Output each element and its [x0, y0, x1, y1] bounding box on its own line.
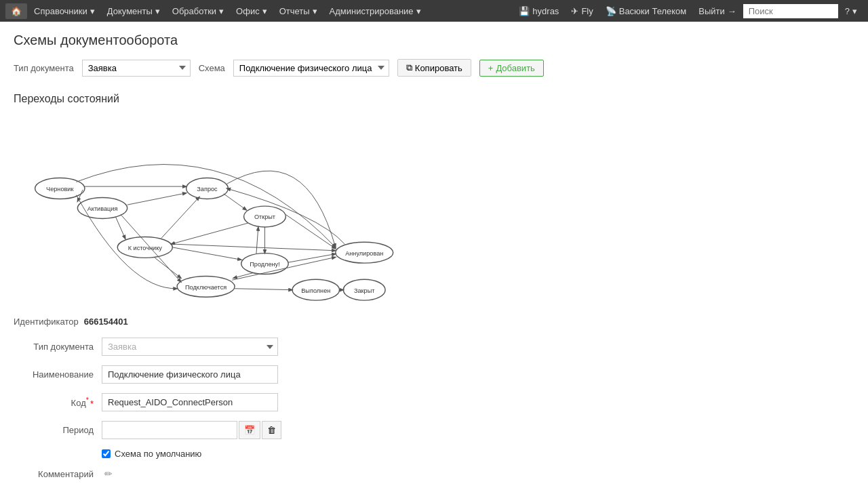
copy-icon: ⧉: [406, 62, 412, 73]
name-row: Наименование: [14, 365, 854, 384]
svg-line-34: [288, 254, 336, 263]
chevron-down-icon: ▾: [313, 6, 317, 16]
doc-type-select[interactable]: Заявка: [82, 60, 191, 77]
comment-row: Комментарий ✏: [14, 468, 854, 479]
search-box[interactable]: [743, 4, 838, 18]
main-content: Схемы документооборота Тип документа Зая…: [0, 22, 868, 488]
nav-item-reports[interactable]: Отчеты ▾: [274, 3, 323, 19]
svg-text:Открыт: Открыт: [254, 214, 276, 220]
svg-line-31: [172, 244, 335, 251]
home-icon: 🏠: [11, 6, 22, 16]
delete-icon: 🗑: [267, 425, 276, 435]
section-title: Переходы состояний: [14, 93, 854, 105]
period-row: Период 📅 🗑: [14, 421, 854, 439]
code-label: Код*: [14, 396, 102, 408]
svg-line-29: [172, 247, 241, 260]
diagram-svg: Черновик Активация Запрос Открыт К источ…: [14, 113, 420, 303]
nav-item-office[interactable]: Офис ▾: [231, 3, 273, 19]
chevron-down-icon: ▾: [90, 6, 95, 16]
nav-item-processing[interactable]: Обработки ▾: [167, 3, 229, 19]
home-button[interactable]: 🏠: [5, 3, 27, 19]
form-section: Идентификатор 666154401 Тип документа За…: [14, 317, 854, 479]
nav-telecom[interactable]: 📡 Васюки Телеком: [600, 3, 692, 19]
code-row: Код*: [14, 393, 854, 411]
transitions-section: Переходы состояний Черновик Активация За: [14, 93, 854, 303]
db-icon: 💾: [519, 6, 530, 16]
id-value: 666154401: [84, 317, 128, 327]
nav-item-documents[interactable]: Документы ▾: [102, 3, 165, 19]
chevron-down-icon: ▾: [852, 6, 857, 16]
schema-select-wrap: Подключение физического лица: [233, 60, 389, 77]
default-schema-label[interactable]: Схема по умолчанию: [115, 449, 201, 459]
clear-period-button[interactable]: 🗑: [262, 421, 281, 439]
chevron-down-icon: ▾: [416, 6, 421, 16]
svg-text:Подключается: Подключается: [185, 284, 226, 291]
svg-line-35: [235, 289, 292, 290]
name-label: Наименование: [14, 369, 102, 380]
calendar-icon: 📅: [244, 425, 255, 435]
period-label: Период: [14, 425, 102, 435]
svg-line-24: [115, 217, 125, 239]
chevron-down-icon: ▾: [262, 6, 267, 16]
chevron-down-icon: ▾: [155, 6, 160, 16]
plus-icon: +: [488, 63, 494, 73]
question-icon: ?: [845, 6, 850, 16]
svg-line-32: [256, 227, 258, 254]
doc-type-field-label: Тип документа: [14, 342, 102, 352]
svg-text:Черновик: Черновик: [46, 186, 74, 192]
schema-select[interactable]: Подключение физического лица: [233, 60, 389, 77]
doc-type-label: Тип документа: [14, 63, 74, 73]
nav-fly[interactable]: ✈ Fly: [566, 3, 598, 19]
svg-line-28: [161, 197, 199, 239]
copy-button[interactable]: ⧉ Копировать: [397, 59, 471, 77]
telecom-icon: 📡: [606, 6, 616, 16]
nav-hydras[interactable]: 💾 hydras: [513, 3, 564, 19]
svg-line-22: [127, 193, 186, 205]
nav-item-references[interactable]: Справочники ▾: [28, 3, 100, 19]
fly-icon: ✈: [571, 6, 578, 16]
svg-text:Аннулирован: Аннулирован: [345, 250, 383, 257]
search-input[interactable]: [743, 4, 838, 18]
name-input[interactable]: [102, 365, 278, 384]
doc-type-row: Тип документа Заявка: [14, 338, 854, 356]
toolbar: Тип документа Заявка Схема Подключение ф…: [14, 59, 854, 77]
svg-line-23: [224, 194, 247, 210]
id-row: Идентификатор 666154401: [14, 317, 854, 327]
doc-type-field-select[interactable]: Заявка: [102, 338, 278, 356]
svg-text:К источнику: К источнику: [128, 245, 163, 251]
logout-icon: →: [728, 6, 736, 16]
svg-text:Продлену!: Продлену!: [250, 261, 280, 268]
top-navigation: 🏠 Справочники ▾ Документы ▾ Обработки ▾ …: [0, 0, 868, 22]
logout-button[interactable]: Выйти →: [693, 3, 742, 19]
nav-item-admin[interactable]: Администрирование ▾: [324, 3, 427, 19]
state-diagram: Черновик Активация Запрос Открыт К источ…: [14, 113, 420, 303]
default-schema-checkbox[interactable]: [102, 449, 111, 458]
svg-text:Активация: Активация: [87, 205, 118, 212]
svg-text:Закрыт: Закрыт: [354, 287, 375, 294]
svg-text:Запрос: Запрос: [197, 186, 218, 192]
help-button[interactable]: ? ▾: [840, 3, 863, 19]
chevron-down-icon: ▾: [219, 6, 224, 16]
svg-text:Выполнен: Выполнен: [301, 287, 330, 294]
calendar-button[interactable]: 📅: [239, 421, 260, 439]
default-schema-row: Схема по умолчанию: [102, 449, 854, 459]
id-label: Идентификатор: [14, 317, 79, 327]
svg-line-25: [171, 223, 248, 244]
add-button[interactable]: + Добавить: [479, 60, 544, 77]
schema-label: Схема: [199, 63, 225, 73]
edit-comment-icon[interactable]: ✏: [104, 468, 113, 479]
comment-label: Комментарий: [14, 469, 102, 479]
svg-line-30: [155, 258, 181, 278]
period-input[interactable]: [102, 421, 237, 439]
page-title: Схемы документооборота: [14, 33, 854, 48]
code-input[interactable]: [102, 393, 278, 411]
